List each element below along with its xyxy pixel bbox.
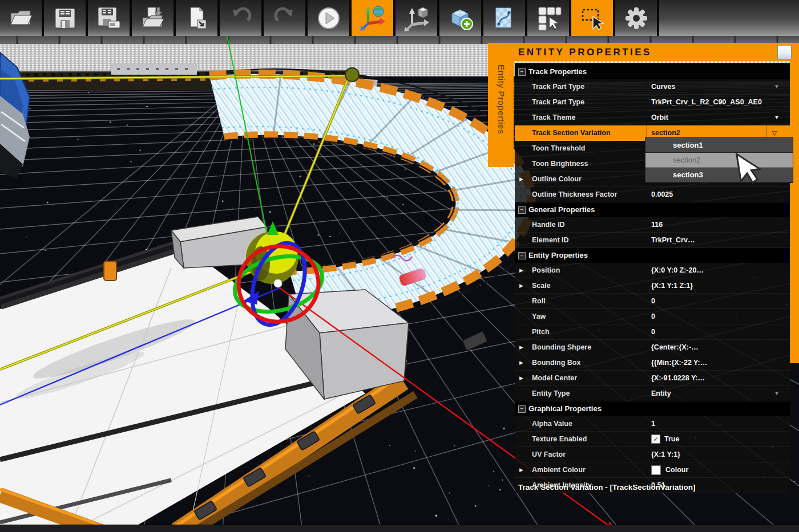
- add-block-icon: [447, 5, 474, 31]
- section-variation-dropdown: section1section2section3: [645, 137, 793, 183]
- property-value: ✓True: [651, 432, 679, 446]
- property-row-yaw[interactable]: Yaw0: [515, 309, 790, 324]
- color-swatch[interactable]: [651, 465, 661, 475]
- property-row-alpha-value[interactable]: Alpha Value1: [515, 416, 790, 432]
- property-value: {X:-91.0228 Y:…: [651, 371, 705, 385]
- toolbar-redo-button[interactable]: [264, 0, 305, 36]
- property-row-uv-factor[interactable]: UV Factor{X:1 Y:1}: [515, 447, 790, 462]
- toolbar-import-button[interactable]: [132, 0, 173, 36]
- entity-properties-panel: ENTITY PROPERTIES Entity Properties −Tra…: [514, 43, 799, 499]
- property-row-handle-id[interactable]: Handle ID116: [515, 217, 790, 233]
- property-row-track-part-type[interactable]: Track Part TypeTrkPrt_Crv_L_R2_C90_AS0_A…: [515, 95, 790, 110]
- property-value: {X:1 Y:1}: [651, 447, 680, 462]
- chevron-down-icon[interactable]: ▼: [769, 110, 780, 125]
- property-label: Position: [532, 263, 560, 278]
- chevron-down-icon[interactable]: ▼: [774, 79, 780, 94]
- property-row-roll[interactable]: Roll0: [515, 294, 790, 309]
- entity-properties-tab[interactable]: Entity Properties: [488, 61, 514, 167]
- toolbar-settings-button[interactable]: [615, 0, 657, 36]
- column-separator: [647, 309, 647, 324]
- group-header-entity-properties[interactable]: −Entity Properties: [515, 248, 790, 263]
- property-row-pitch[interactable]: Pitch0: [515, 324, 790, 340]
- toolbar-local-manipulator-button[interactable]: [396, 0, 437, 36]
- undo-icon: [228, 5, 254, 31]
- dropdown-item-section1[interactable]: section1: [645, 138, 793, 153]
- expand-arrow-icon[interactable]: ▶: [519, 371, 523, 385]
- toolbar-world-manipulator-button[interactable]: [352, 0, 393, 36]
- group-header-graphical-properties[interactable]: −Graphical Properties: [515, 401, 790, 416]
- column-separator: [647, 462, 647, 477]
- expand-arrow-icon[interactable]: ▶: [519, 172, 523, 186]
- toolbar-surface-spline-button[interactable]: [483, 0, 525, 36]
- toolbar-save-button[interactable]: [44, 0, 86, 36]
- toolbar-open-button[interactable]: [0, 0, 42, 36]
- dropdown-item-section2[interactable]: section2: [645, 153, 793, 168]
- expand-arrow-icon[interactable]: ▶: [519, 263, 523, 278]
- property-value: {X:0 Y:0 Z:-20…: [651, 263, 704, 278]
- collapse-icon[interactable]: −: [518, 206, 526, 214]
- toolbar-add-track-part-button[interactable]: [439, 0, 481, 36]
- collapse-icon[interactable]: −: [518, 405, 526, 413]
- property-row-model-center[interactable]: ▶Model Center{X:-91.0228 Y:…: [515, 371, 790, 386]
- property-row-entity-type[interactable]: Entity TypeEntity▼: [515, 386, 790, 401]
- expand-arrow-icon[interactable]: ▶: [519, 340, 523, 355]
- toolbar-tile-select-button[interactable]: [527, 0, 569, 36]
- column-separator: [647, 187, 647, 202]
- property-row-scale[interactable]: ▶Scale{X:1 Y:1 Z:1}: [515, 278, 790, 294]
- toolbar-save-as-button[interactable]: [88, 0, 130, 36]
- property-label: Bounding Box: [532, 355, 580, 370]
- marquee-cursor-icon: [579, 5, 606, 31]
- property-description: Track Section Variation - [TrackSectionV…: [518, 483, 696, 492]
- property-label: UV Factor: [532, 447, 566, 462]
- toolbar-export-button[interactable]: [176, 0, 217, 36]
- property-label: Track Section Variation: [532, 125, 611, 140]
- property-row-ambient-colour[interactable]: ▶Ambient ColourColour: [515, 462, 790, 478]
- toolbar-filler: [659, 0, 799, 36]
- property-label: Element ID: [532, 233, 569, 247]
- toolbar-play-button[interactable]: [308, 0, 349, 36]
- property-label: Model Center: [532, 371, 577, 385]
- group-header-general-properties[interactable]: −General Properties: [515, 202, 790, 217]
- property-value: {Center:{X:-…: [651, 340, 699, 355]
- track-post: [104, 261, 116, 281]
- checkbox-checked-icon[interactable]: ✓: [651, 434, 660, 444]
- collapse-icon[interactable]: −: [518, 252, 526, 259]
- property-row-outline-thickness-factor[interactable]: Outline Thickness Factor0.0025: [515, 187, 790, 202]
- property-row-bounding-box[interactable]: ▶Bounding Box{{Min:{X:-22 Y:…: [515, 355, 790, 371]
- property-row-bounding-shpere[interactable]: ▶Bounding Shpere{Center:{X:-…: [515, 340, 790, 355]
- property-value: 0: [651, 309, 655, 324]
- group-label: Entity Properties: [528, 248, 588, 263]
- column-separator: [647, 386, 647, 401]
- property-row-track-theme[interactable]: Track ThemeOrbit▼: [515, 110, 790, 125]
- property-label: Yaw: [532, 309, 546, 324]
- bottom-status-strip: [0, 525, 799, 532]
- toolbar-marquee-select-button[interactable]: [571, 0, 613, 36]
- property-label: Track Part Type: [532, 79, 584, 94]
- property-label: Roll: [532, 294, 546, 308]
- property-row-texture-enabled[interactable]: Texture Enabled✓True: [515, 432, 790, 447]
- property-row-track-part-type[interactable]: Track Part TypeCurves▼: [515, 79, 790, 95]
- property-grid: −Track PropertiesTrack Part TypeCurves▼T…: [515, 63, 790, 493]
- column-separator: [647, 447, 647, 462]
- expand-arrow-icon[interactable]: ▶: [519, 355, 523, 370]
- property-label: Alpha Value: [532, 416, 572, 431]
- column-separator: [647, 278, 647, 293]
- panel-close-button[interactable]: [777, 45, 792, 59]
- dropdown-item-section3[interactable]: section3: [645, 168, 793, 182]
- toolbar-undo-button[interactable]: [220, 0, 261, 36]
- spline-surface-icon: [491, 5, 518, 31]
- expand-arrow-icon[interactable]: ▶: [519, 462, 523, 477]
- world-axes-icon: [360, 5, 386, 31]
- chevron-down-icon[interactable]: ▼: [774, 386, 780, 401]
- column-separator: [647, 95, 647, 109]
- group-header-track-properties[interactable]: −Track Properties: [515, 64, 790, 79]
- property-label: Scale: [532, 278, 551, 293]
- panel-scrollbar[interactable]: [790, 61, 799, 363]
- distant-node-sphere[interactable]: [345, 68, 359, 82]
- collapse-icon[interactable]: −: [518, 68, 526, 76]
- property-value: 116: [651, 217, 663, 232]
- property-row-element-id[interactable]: Element IDTrkPrt_Crv…: [515, 233, 790, 248]
- mouse-cursor: [732, 152, 764, 189]
- expand-arrow-icon[interactable]: ▶: [519, 278, 523, 293]
- property-row-position[interactable]: ▶Position{X:0 Y:0 Z:-20…: [515, 263, 790, 278]
